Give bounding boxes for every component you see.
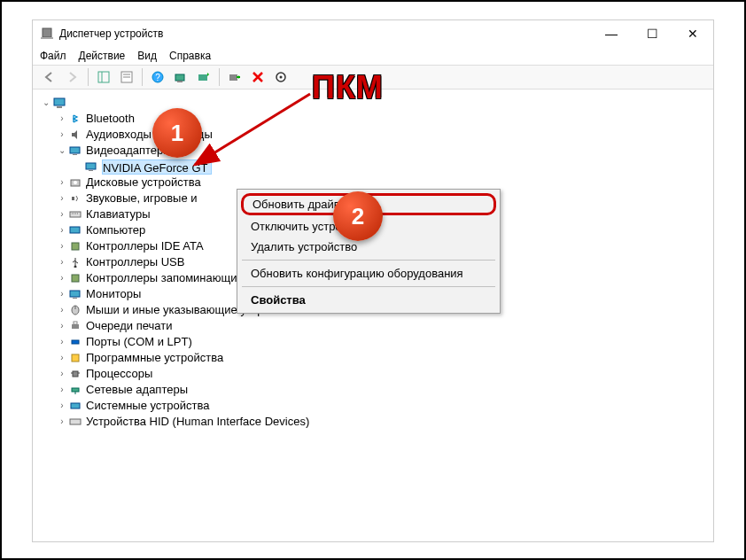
tree-label: Контроллеры USB — [86, 254, 184, 270]
enable-disable-button[interactable] — [225, 67, 245, 87]
chevron-right-icon[interactable]: › — [56, 254, 68, 270]
tree-label: Очереди печати — [86, 318, 173, 334]
ctx-refresh-hardware[interactable]: Обновить конфигурацию оборудования — [240, 263, 497, 284]
controller-icon — [68, 239, 82, 253]
chevron-right-icon[interactable]: › — [56, 366, 68, 382]
window-title: Диспетчер устройств — [59, 27, 163, 40]
system-icon — [68, 399, 82, 413]
tree-bluetooth[interactable]: › Bluetooth — [40, 111, 713, 127]
computer-icon — [52, 96, 66, 110]
chevron-right-icon[interactable]: › — [56, 414, 68, 430]
menu-action[interactable]: Действие — [79, 50, 126, 62]
svg-rect-18 — [73, 154, 77, 155]
maximize-button[interactable]: ☐ — [632, 20, 672, 47]
usb-icon — [68, 255, 82, 269]
update-driver-toolbar-button[interactable] — [194, 67, 214, 87]
chevron-right-icon[interactable]: › — [56, 191, 68, 206]
chevron-right-icon[interactable]: › — [56, 286, 68, 302]
svg-text:?: ? — [155, 73, 160, 82]
annotation-pkm-label: ПКМ — [312, 69, 384, 106]
ctx-separator — [242, 260, 495, 261]
svg-point-22 — [74, 181, 77, 184]
ctx-remove-device[interactable]: Удалить устройство — [240, 237, 497, 257]
tree-video-adapters[interactable]: ⌄ Видеоадаптеры — [40, 143, 713, 159]
properties-button[interactable] — [117, 67, 136, 87]
tree-network[interactable]: › Сетевые адаптеры — [40, 382, 713, 398]
svg-rect-26 — [70, 227, 80, 233]
mouse-icon — [68, 303, 82, 317]
svg-rect-15 — [54, 98, 65, 105]
storage-icon — [68, 271, 82, 285]
back-button[interactable] — [40, 67, 59, 87]
scan-hardware-button[interactable] — [171, 67, 190, 87]
tree-ports[interactable]: › Порты (COM и LPT) — [40, 334, 713, 350]
bluetooth-icon — [68, 112, 82, 126]
svg-rect-24 — [70, 212, 81, 217]
ctx-properties[interactable]: Свойства — [240, 290, 497, 310]
tree-label: Дисковые устройства — [86, 175, 201, 191]
chevron-right-icon[interactable]: › — [56, 127, 68, 143]
show-hide-tree-button[interactable] — [94, 67, 113, 87]
svg-rect-41 — [72, 388, 79, 392]
svg-rect-0 — [43, 28, 51, 37]
uninstall-button[interactable] — [248, 67, 268, 87]
software-icon — [68, 351, 82, 365]
tree-print-queues[interactable]: › Очереди печати — [40, 318, 713, 334]
refresh-button[interactable] — [271, 67, 291, 87]
svg-rect-16 — [57, 106, 62, 108]
chevron-right-icon[interactable]: › — [56, 302, 68, 318]
chevron-right-icon[interactable]: › — [56, 334, 68, 350]
annotation-step-2: 2 — [333, 191, 383, 241]
menu-file[interactable]: Файл — [40, 50, 66, 62]
chevron-right-icon[interactable]: › — [56, 206, 68, 222]
tree-label: Процессоры — [86, 366, 152, 382]
chevron-right-icon[interactable]: › — [56, 270, 68, 286]
keyboard-icon — [68, 207, 82, 222]
menu-help[interactable]: Справка — [169, 50, 211, 62]
chevron-right-icon[interactable]: › — [56, 222, 68, 238]
svg-rect-12 — [229, 74, 237, 81]
menu-view[interactable]: Вид — [137, 50, 157, 62]
help-button[interactable]: ? — [148, 67, 167, 87]
chevron-right-icon[interactable]: › — [56, 382, 68, 398]
tree-label: Клавиатуры — [86, 206, 151, 222]
chevron-down-icon[interactable]: ⌄ — [56, 143, 68, 159]
tree-nvidia-device[interactable]: NVIDIA GeForce GT — [40, 159, 713, 175]
tree-audio[interactable]: › Аудиовходы ды — [40, 127, 713, 143]
svg-rect-17 — [70, 147, 80, 153]
svg-point-14 — [280, 76, 283, 79]
cpu-icon — [68, 367, 82, 381]
tree-system[interactable]: › Системные устройства — [40, 398, 713, 414]
disk-icon — [68, 175, 82, 190]
tree-hid[interactable]: › Устройства HID (Human Interface Device… — [40, 414, 713, 430]
tree-software[interactable]: › Программные устройства — [40, 350, 713, 366]
forward-button[interactable] — [63, 67, 82, 87]
chevron-right-icon[interactable]: › — [56, 350, 68, 366]
tree-label: Контроллеры IDE ATA — [86, 238, 204, 254]
svg-rect-43 — [71, 403, 80, 408]
svg-rect-11 — [198, 74, 207, 81]
tree-label: Аудиовходы — [86, 127, 152, 143]
titlebar: Диспетчер устройств — ☐ ✕ — [33, 20, 713, 47]
minimize-button[interactable]: — — [591, 20, 632, 47]
svg-rect-44 — [70, 419, 81, 424]
chevron-right-icon[interactable]: › — [56, 318, 68, 334]
chevron-right-icon[interactable]: › — [56, 111, 68, 127]
svg-rect-27 — [72, 243, 79, 250]
svg-rect-23 — [72, 197, 74, 200]
chevron-right-icon[interactable]: › — [56, 238, 68, 254]
chevron-right-icon[interactable]: › — [56, 398, 68, 414]
port-icon — [68, 335, 82, 349]
svg-rect-36 — [72, 340, 79, 344]
chevron-right-icon[interactable]: › — [56, 175, 68, 191]
tree-label: Системные устройства — [86, 398, 209, 414]
close-button[interactable]: ✕ — [672, 20, 713, 47]
tree-processors[interactable]: › Процессоры — [40, 366, 713, 382]
tree-label: Мониторы — [86, 286, 141, 302]
tree-label-selected: NVIDIA GeForce GT — [102, 159, 212, 175]
display-adapter-icon — [84, 159, 98, 174]
tree-label: Bluetooth — [86, 111, 135, 127]
monitor-icon — [68, 287, 82, 301]
expander-icon[interactable]: ⌄ — [40, 95, 52, 111]
tree-label: Программные устройства — [86, 350, 223, 366]
